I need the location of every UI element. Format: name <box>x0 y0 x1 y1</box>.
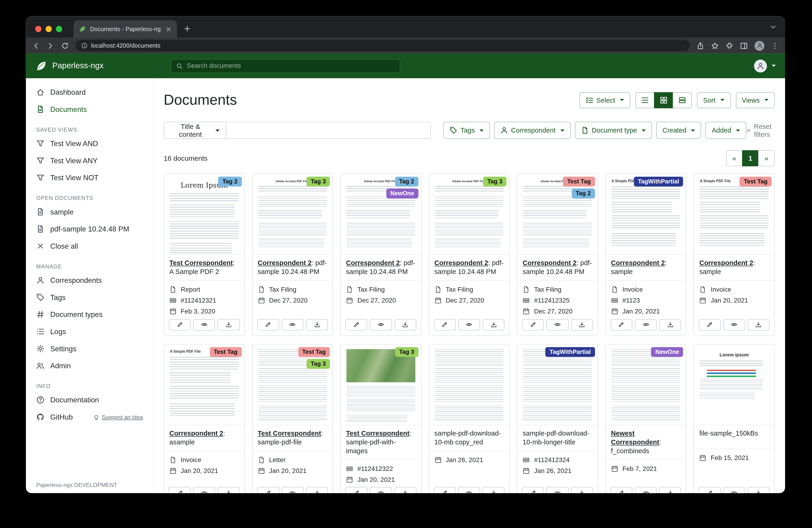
sidebar-item-close-all[interactable]: Close all <box>26 237 154 255</box>
document-thumbnail[interactable]: Adobe Acrobat PDF FilesTest TagTag 2 <box>518 174 597 255</box>
document-card[interactable]: Adobe Acrobat PDF FilesTag 3Corresponden… <box>252 173 333 336</box>
document-thumbnail[interactable]: Adobe Acrobat PDF FilesTag 3 <box>252 174 333 255</box>
download-button[interactable] <box>306 487 328 493</box>
tag-badge[interactable]: Test Tag <box>298 347 330 357</box>
document-title[interactable]: Correspondent 2: pdf-sample 10.24.48 PM <box>341 255 421 281</box>
document-title[interactable]: file-sample_150kBs <box>694 425 774 449</box>
document-thumbnail[interactable]: Lorem IpsumTag 2 <box>164 174 244 255</box>
back-button[interactable] <box>32 42 40 49</box>
document-title[interactable]: Correspondent 2: pdf-sample 10.24.48 PM <box>252 255 333 281</box>
edit-button[interactable] <box>257 319 279 330</box>
document-title[interactable]: Correspondent 2: sample <box>694 255 774 281</box>
view-button[interactable] <box>635 487 657 493</box>
address-bar[interactable]: localhost:4200/documents <box>76 40 690 51</box>
edit-button[interactable] <box>699 487 721 493</box>
tag-badge[interactable]: NewOne <box>651 347 683 357</box>
view-button[interactable] <box>281 487 303 493</box>
correspondent-link[interactable]: Correspondent 2 <box>611 259 665 267</box>
document-title[interactable]: Correspondent 2: asample <box>164 425 244 451</box>
added-filter-button[interactable]: Added <box>706 122 746 139</box>
tag-badge[interactable]: Tag 2 <box>218 177 242 187</box>
download-button[interactable] <box>483 487 504 493</box>
view-grid-button[interactable] <box>654 92 673 108</box>
view-button[interactable] <box>281 319 303 330</box>
document-title[interactable]: Test Correspondent: sample-pdf-file <box>252 425 333 451</box>
edit-button[interactable] <box>522 319 544 330</box>
document-title[interactable]: sample-pdf-download-10-mb-longer-title <box>518 425 597 451</box>
forward-button[interactable] <box>47 42 54 49</box>
tag-badge[interactable]: Test Tag <box>563 177 595 187</box>
download-button[interactable] <box>394 487 416 493</box>
sidebar-item-github[interactable]: GitHubSuggest an idea <box>26 408 154 425</box>
sidebar-item-test-view-not[interactable]: Test View NOT <box>26 169 154 186</box>
document-card[interactable]: Test TagTag 3Test Correspondent: sample-… <box>252 344 333 493</box>
document-title[interactable]: Correspondent 2: pdf-sample 10.24.48 PM <box>518 255 597 281</box>
tags-filter-button[interactable]: Tags <box>444 122 490 139</box>
tag-badge[interactable]: Tag 3 <box>307 177 330 187</box>
view-button[interactable] <box>723 487 745 493</box>
zoom-window-button[interactable] <box>56 26 62 32</box>
bookmark-button[interactable] <box>711 42 719 49</box>
document-card[interactable]: TagWithPartialsample-pdf-download-10-mb-… <box>517 344 598 493</box>
view-button[interactable] <box>547 487 568 493</box>
download-button[interactable] <box>218 319 240 330</box>
tag-badge[interactable]: TagWithPartial <box>546 347 595 357</box>
tag-badge[interactable]: Tag 2 <box>395 177 418 187</box>
document-thumbnail[interactable]: Adobe Acrobat PDF FilesTag 3 <box>429 174 509 255</box>
sort-button[interactable]: Sort <box>697 92 730 108</box>
tag-badge[interactable]: Tag 2 <box>571 189 595 199</box>
sidebar-item-document-types[interactable]: Document types <box>26 305 154 323</box>
document-card[interactable]: A Simple PDF FileTest TagCorrespondent 2… <box>694 173 774 336</box>
minimize-window-button[interactable] <box>45 26 52 32</box>
document-title[interactable]: Newest Correspondent: f_combineds <box>606 425 686 460</box>
reload-button[interactable] <box>61 42 69 49</box>
document-thumbnail[interactable]: TagWithPartial <box>518 344 597 425</box>
tag-badge[interactable]: Test Tag <box>209 347 242 357</box>
correspondent-link[interactable]: Correspondent 2 <box>699 259 753 267</box>
sidebar-item-documents[interactable]: Documents <box>26 101 154 118</box>
download-button[interactable] <box>218 487 240 493</box>
browser-profile-button[interactable] <box>754 41 764 51</box>
view-details-button[interactable] <box>672 92 692 108</box>
reset-filters-button[interactable]: × Reset filters <box>746 123 775 138</box>
download-button[interactable] <box>483 319 504 330</box>
document-thumbnail[interactable]: Tag 3 <box>341 344 421 425</box>
document-thumbnail[interactable] <box>429 344 509 425</box>
filter-text-input[interactable] <box>227 122 431 139</box>
document-title[interactable]: Correspondent 2: pdf-sample 10.24.48 PM <box>429 255 509 281</box>
document-card[interactable]: Lorem IpsumTag 2Test Correspondent: A Sa… <box>164 173 245 336</box>
document-thumbnail[interactable]: NewOne <box>606 344 686 425</box>
view-button[interactable] <box>458 487 480 493</box>
correspondent-filter-button[interactable]: Correspondent <box>494 122 570 139</box>
select-button[interactable]: Select <box>579 92 630 108</box>
view-button[interactable] <box>723 319 745 330</box>
view-list-button[interactable] <box>635 92 655 108</box>
tag-badge[interactable]: Tag 3 <box>307 359 330 369</box>
sidebar-item-logs[interactable]: Logs <box>26 323 154 340</box>
tag-badge[interactable]: Tag 3 <box>483 177 507 187</box>
sidebar-item-sample[interactable]: sample <box>26 203 154 220</box>
view-button[interactable] <box>370 319 392 330</box>
edit-button[interactable] <box>257 487 279 493</box>
sidebar-item-dashboard[interactable]: Dashboard <box>26 83 154 101</box>
document-title[interactable]: Correspondent 2: sample <box>606 255 686 281</box>
download-button[interactable] <box>306 319 328 330</box>
pagination-prev-button[interactable]: « <box>726 150 743 166</box>
download-button[interactable] <box>659 487 681 493</box>
extensions-button[interactable] <box>725 42 733 49</box>
suggest-an-idea-link[interactable]: Suggest an idea <box>93 414 143 420</box>
side-panel-button[interactable] <box>740 42 748 49</box>
sidebar-item-tags[interactable]: Tags <box>26 289 154 306</box>
correspondent-link[interactable]: Correspondent 2 <box>434 259 488 267</box>
download-button[interactable] <box>748 319 769 330</box>
document-thumbnail[interactable]: A Simple PDF FileTest Tag <box>164 344 244 425</box>
correspondent-link[interactable]: Test Correspondent <box>170 259 233 267</box>
sidebar-item-pdf-sample-10-24-48-pm[interactable]: pdf-sample 10.24.48 PM <box>26 220 154 237</box>
document-thumbnail[interactable]: A Simple PDF FileTagWithPartial <box>606 174 686 255</box>
sidebar-item-documentation[interactable]: Documentation <box>26 391 154 408</box>
view-button[interactable] <box>193 487 215 493</box>
view-button[interactable] <box>635 319 657 330</box>
correspondent-link[interactable]: Test Correspondent <box>346 429 409 437</box>
edit-button[interactable] <box>345 487 367 493</box>
edit-button[interactable] <box>610 487 632 493</box>
